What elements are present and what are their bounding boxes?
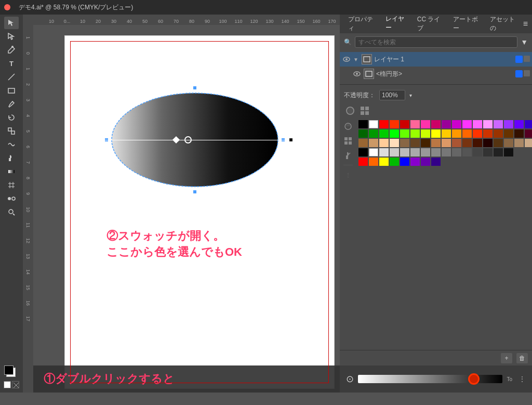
tab-artboards[interactable]: アートボー — [449, 13, 484, 35]
swatch-red[interactable] — [379, 120, 389, 128]
swatch-5-7[interactable] — [421, 158, 430, 166]
swatch-5-2[interactable] — [369, 158, 378, 166]
swatch-r3[interactable] — [400, 120, 409, 128]
swatch-4-3[interactable] — [379, 148, 389, 156]
layer-lock-1[interactable] — [524, 56, 530, 62]
layer-visibility-1[interactable] — [342, 55, 351, 64]
swatch-2-15[interactable] — [504, 129, 513, 138]
gradient-track-handle[interactable] — [468, 373, 480, 385]
swatch-r11[interactable] — [483, 120, 493, 128]
gradient-handle-start[interactable] — [96, 137, 101, 142]
delete-swatch-button[interactable]: 🗑 — [516, 353, 528, 363]
swatch-4-11[interactable] — [462, 148, 472, 156]
swatch-black[interactable] — [358, 120, 368, 128]
swatch-3-11[interactable] — [462, 139, 472, 147]
swatch-4-13[interactable] — [483, 148, 493, 156]
close-button[interactable] — [4, 4, 10, 10]
layer-expand-1[interactable]: ▼ — [353, 57, 360, 62]
direct-select-tool[interactable] — [4, 30, 19, 43]
swatch-2-16[interactable] — [514, 129, 524, 138]
swatch-2-10[interactable] — [452, 129, 461, 138]
swatch-r2[interactable] — [390, 120, 399, 128]
swatch-2-1[interactable] — [358, 129, 368, 138]
swatch-5-3[interactable] — [379, 158, 389, 166]
tab-cc-libraries[interactable]: CC ライブ — [413, 13, 447, 35]
tab-layers[interactable]: レイヤー — [381, 12, 411, 35]
swatch-r13[interactable] — [504, 120, 513, 128]
swatch-2-2[interactable] — [369, 129, 378, 138]
rect-tool[interactable] — [4, 84, 19, 97]
swatch-grid-icon[interactable] — [358, 104, 371, 117]
reset-colors[interactable] — [4, 381, 11, 388]
swatch-display-icon[interactable] — [344, 104, 356, 117]
gradient-handle-center[interactable] — [184, 136, 192, 143]
swatch-side-tool-2[interactable] — [342, 135, 354, 147]
swatch-3-17[interactable] — [525, 139, 532, 147]
swatch-4-8[interactable] — [431, 148, 441, 156]
swatch-3-14[interactable] — [494, 139, 503, 147]
swatch-5-8[interactable] — [431, 158, 441, 166]
swatch-2-17[interactable] — [525, 129, 532, 138]
swatch-4-10[interactable] — [452, 148, 461, 156]
swatch-2-7[interactable] — [421, 129, 430, 138]
swatch-5-1[interactable] — [358, 158, 368, 166]
layer-color-indicator-1[interactable] — [515, 56, 523, 63]
swatch-5-6[interactable] — [410, 158, 420, 166]
layer-lock-2[interactable] — [524, 70, 530, 76]
layer-row-1[interactable]: ▼ レイヤー 1 — [340, 52, 532, 67]
swatch-3-13[interactable] — [483, 139, 493, 147]
handle-bottom[interactable] — [193, 190, 197, 194]
swatch-4-14[interactable] — [494, 148, 503, 156]
gradient-bar-menu-icon[interactable]: ⋮ — [518, 375, 526, 383]
mesh-tool[interactable] — [4, 179, 19, 191]
layer-color-indicator-2[interactable] — [515, 70, 523, 77]
swatch-3-4[interactable] — [390, 139, 399, 147]
canvas-document[interactable]: ②スウォッチが開く。 ここから色を選んでもOK — [64, 35, 335, 389]
handle-top[interactable] — [193, 86, 197, 90]
swatch-2-14[interactable] — [494, 129, 503, 138]
swatch-2-8[interactable] — [431, 129, 441, 138]
ellipse-container[interactable] — [107, 88, 283, 192]
swatch-r15[interactable] — [525, 120, 532, 128]
swatch-5-4[interactable] — [390, 158, 399, 166]
layer-row-2[interactable]: <楕円形> — [340, 67, 532, 81]
paintbrush-tool[interactable] — [4, 98, 19, 110]
opacity-dropdown-icon[interactable]: ▾ — [409, 93, 412, 98]
zoom-tool[interactable] — [4, 206, 19, 218]
pen-tool[interactable] — [4, 44, 19, 56]
swatch-r9[interactable] — [462, 120, 472, 128]
swatch-r8[interactable] — [452, 120, 461, 128]
swatch-4-12[interactable] — [473, 148, 482, 156]
swatch-3-1[interactable] — [358, 139, 368, 147]
swatch-3-15[interactable] — [504, 139, 513, 147]
swatch-4-4[interactable] — [390, 148, 399, 156]
swatch-r10[interactable] — [473, 120, 482, 128]
swatch-4-15[interactable] — [504, 148, 513, 156]
swap-colors[interactable] — [12, 381, 19, 388]
opacity-input[interactable] — [379, 90, 405, 100]
swatch-r6[interactable] — [431, 120, 441, 128]
swatch-r14[interactable] — [514, 120, 524, 128]
swatch-3-12[interactable] — [473, 139, 482, 147]
select-tool[interactable] — [4, 17, 19, 29]
line-tool[interactable] — [4, 71, 19, 83]
swatch-side-tool-1[interactable] — [342, 120, 354, 133]
layer-visibility-2[interactable] — [352, 69, 362, 79]
warp-tool[interactable] — [4, 138, 19, 151]
swatch-2-4[interactable] — [390, 129, 399, 138]
swatch-white[interactable] — [369, 120, 378, 128]
swatch-3-9[interactable] — [442, 139, 451, 147]
swatch-3-16[interactable] — [514, 139, 524, 147]
stroke-color[interactable] — [4, 365, 14, 375]
swatch-r5[interactable] — [421, 120, 430, 128]
eyedropper-tool[interactable] — [4, 152, 19, 164]
swatch-3-2[interactable] — [369, 139, 378, 147]
panel-menu-icon[interactable]: ≡ — [523, 19, 528, 29]
swatch-3-6[interactable] — [410, 139, 420, 147]
swatch-2-9[interactable] — [442, 129, 451, 138]
gradient-track[interactable] — [358, 375, 502, 383]
swatch-2-11[interactable] — [462, 129, 472, 138]
swatch-r4[interactable] — [410, 120, 420, 128]
search-input[interactable] — [355, 36, 517, 48]
swatch-4-7[interactable] — [421, 148, 430, 156]
